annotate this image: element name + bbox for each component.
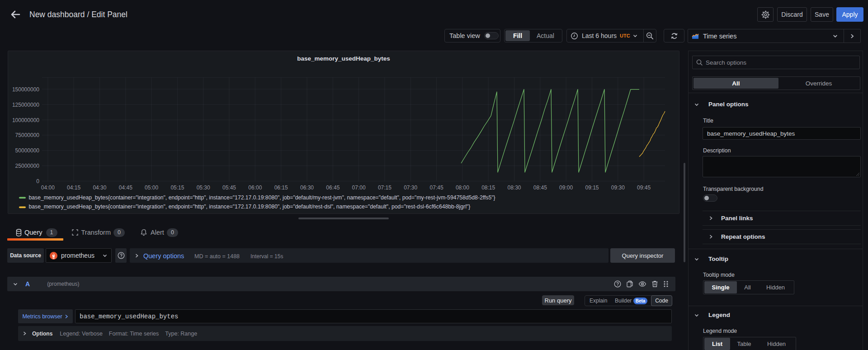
svg-text:04:15: 04:15 [67, 184, 80, 191]
svg-text:04:00: 04:00 [41, 184, 55, 191]
svg-text:04:45: 04:45 [119, 184, 132, 191]
svg-text:06:15: 06:15 [274, 184, 288, 191]
svg-text:08:00: 08:00 [456, 184, 469, 191]
svg-text:05:45: 05:45 [222, 184, 236, 191]
svg-text:06:00: 06:00 [248, 184, 262, 191]
svg-text:07:30: 07:30 [404, 184, 417, 191]
svg-text:50000000: 50000000 [15, 147, 40, 154]
svg-text:07:15: 07:15 [378, 184, 392, 191]
svg-text:09:00: 09:00 [559, 184, 573, 191]
svg-text:25000000: 25000000 [15, 163, 40, 169]
svg-text:75000000: 75000000 [15, 132, 40, 138]
svg-text:06:30: 06:30 [300, 184, 314, 191]
svg-text:100000000: 100000000 [12, 117, 39, 123]
svg-text:base_memory_usedHeap_bytes{con: base_memory_usedHeap_bytes{container="in… [29, 203, 471, 210]
svg-text:04:30: 04:30 [93, 184, 106, 191]
svg-text:09:45: 09:45 [637, 184, 651, 191]
svg-text:05:30: 05:30 [197, 184, 210, 191]
svg-text:08:30: 08:30 [507, 184, 521, 191]
svg-text:09:15: 09:15 [585, 184, 599, 191]
svg-text:05:00: 05:00 [145, 184, 158, 191]
svg-text:09:30: 09:30 [611, 184, 625, 191]
svg-text:08:15: 08:15 [481, 184, 495, 191]
svg-text:08:45: 08:45 [533, 184, 547, 191]
svg-text:07:00: 07:00 [352, 184, 366, 191]
svg-text:05:15: 05:15 [170, 184, 184, 191]
svg-text:150000000: 150000000 [12, 86, 39, 93]
svg-text:0: 0 [36, 178, 39, 184]
svg-text:base_memory_usedHeap_bytes{con: base_memory_usedHeap_bytes{container="in… [29, 194, 495, 201]
svg-text:07:45: 07:45 [430, 184, 443, 191]
svg-text:125000000: 125000000 [12, 102, 39, 108]
svg-text:06:45: 06:45 [326, 184, 340, 191]
